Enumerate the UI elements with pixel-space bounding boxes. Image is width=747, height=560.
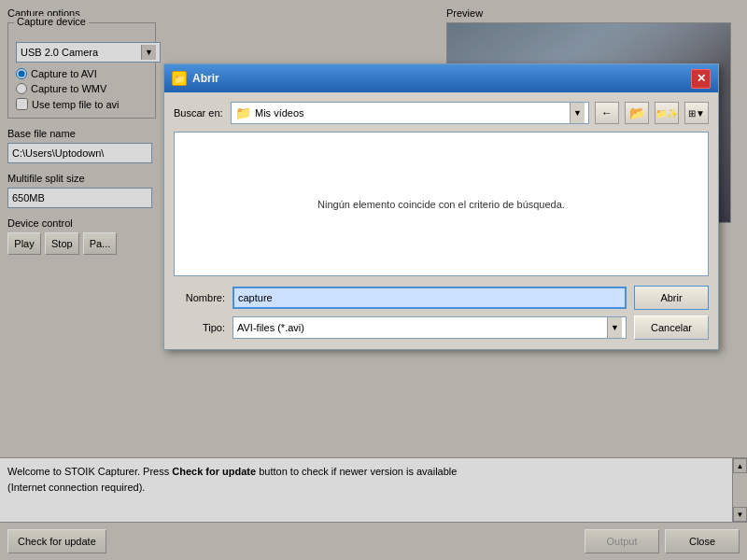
folder-icon: 📁 (235, 105, 251, 120)
no-results-text: Ningún elemento coincide con el criterio… (317, 199, 565, 210)
dialog-titlebar: 📁 Abrir ✕ (164, 64, 718, 92)
buscar-dropdown-arrow[interactable]: ▼ (570, 103, 585, 123)
dialog-close-button[interactable]: ✕ (691, 69, 711, 89)
file-list-area: Ningún elemento coincide con el criterio… (174, 132, 709, 276)
dialog-title: Abrir (192, 72, 685, 85)
new-folder-button[interactable]: 📁✨ (655, 102, 679, 124)
tipo-row: Tipo: AVI-files (*.avi) ▼ Cancelar (174, 315, 709, 340)
buscar-value: Mis vídeos (255, 107, 566, 119)
dialog-icon: 📁 (172, 71, 187, 86)
tipo-label: Tipo: (174, 322, 225, 333)
modal-overlay: 📁 Abrir ✕ Buscar en: 📁 Mis vídeos ▼ ← 📂 … (0, 0, 747, 560)
nombre-input[interactable] (233, 287, 627, 309)
nombre-label: Nombre: (174, 292, 225, 303)
abrir-dialog: 📁 Abrir ✕ Buscar en: 📁 Mis vídeos ▼ ← 📂 … (163, 63, 719, 350)
dialog-body: Buscar en: 📁 Mis vídeos ▼ ← 📂 📁✨ ⊞▼ Ning… (164, 92, 718, 349)
app-window: Capture options Capture device USB 2.0 C… (0, 0, 747, 560)
back-button[interactable]: ← (595, 102, 619, 124)
dialog-toolbar: Buscar en: 📁 Mis vídeos ▼ ← 📂 📁✨ ⊞▼ (174, 102, 709, 124)
nombre-row: Nombre: Abrir (174, 286, 709, 310)
buscar-select[interactable]: 📁 Mis vídeos ▼ (231, 102, 589, 124)
tipo-select[interactable]: AVI-files (*.avi) ▼ (233, 316, 627, 339)
up-folder-button[interactable]: 📂 (625, 102, 649, 124)
buscar-label: Buscar en: (174, 107, 225, 119)
tipo-value: AVI-files (*.avi) (237, 322, 304, 333)
tipo-arrow[interactable]: ▼ (607, 317, 622, 338)
dialog-form: Nombre: Abrir Tipo: AVI-files (*.avi) ▼ … (174, 286, 709, 340)
abrir-button[interactable]: Abrir (634, 286, 709, 310)
cancelar-button[interactable]: Cancelar (634, 315, 709, 340)
view-options-button[interactable]: ⊞▼ (684, 102, 709, 124)
